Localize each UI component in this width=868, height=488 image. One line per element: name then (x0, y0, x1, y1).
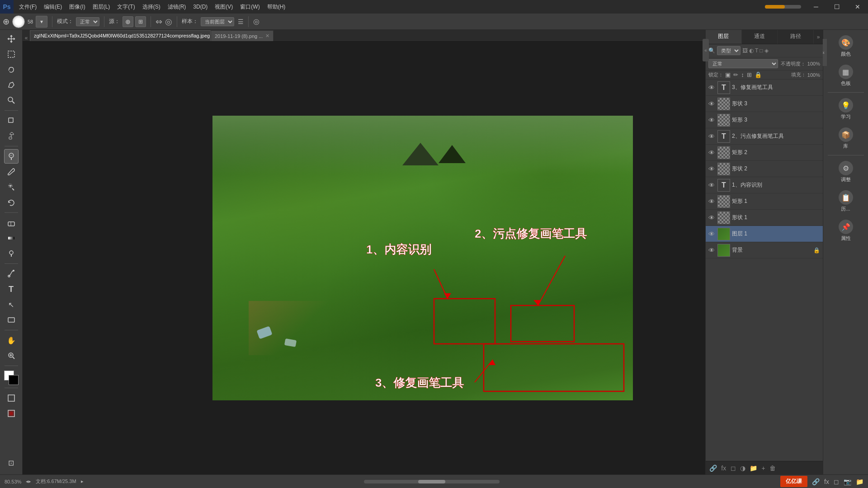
camera-icon[interactable]: 📷 (844, 478, 851, 485)
layer-row-shape3[interactable]: 👁 形状 3 (706, 96, 823, 112)
background-color[interactable] (9, 375, 19, 385)
canvas-area[interactable]: 1、内容识别 2、污点修复画笔工具 3、修复画笔工具 (23, 42, 823, 474)
lock-paint-icon[interactable]: ✏ (733, 71, 738, 78)
menu-type[interactable]: 文字(T) (113, 0, 138, 14)
horizontal-scrollbar[interactable] (364, 480, 500, 483)
layer-row-shape1[interactable]: 👁 形状 1 (706, 210, 823, 226)
menu-help[interactable]: 帮助(H) (264, 0, 289, 14)
menu-3d[interactable]: 3D(D) (189, 0, 211, 14)
layers-panel-collapse[interactable]: « (703, 39, 709, 61)
aligned-icon[interactable]: ⇔ (156, 17, 162, 27)
filter-shape-icon[interactable]: □ (760, 47, 763, 54)
lock-transparency-icon[interactable]: ▣ (725, 71, 731, 78)
sample-options-icon[interactable]: ☰ (238, 18, 244, 25)
lock-position-icon[interactable]: ↕ (741, 71, 744, 78)
lock-all-icon[interactable]: 🔒 (755, 71, 762, 78)
tab-second-close[interactable]: ✕ (265, 33, 269, 39)
clone-stamp-tool[interactable] (4, 180, 19, 194)
rp-history[interactable]: 📋 历... (828, 188, 864, 214)
folder-icon[interactable]: 📁 (750, 465, 757, 472)
adjustment-icon[interactable]: ◑ (740, 465, 745, 472)
layer-visibility-rect2[interactable]: 👁 (708, 149, 716, 156)
rp-learn[interactable]: 💡 学习 (828, 96, 864, 122)
menu-filter[interactable]: 滤镜(R) (164, 0, 190, 14)
add-mask-icon[interactable]: ◻ (731, 465, 736, 472)
layer-visibility-2-spot[interactable]: 👁 (708, 133, 716, 140)
filter-type-select[interactable]: 类型 (717, 46, 741, 55)
link-icon[interactable]: 🔗 (812, 478, 820, 485)
brush-preset-picker[interactable] (12, 15, 25, 28)
layer-visibility-shape1[interactable]: 👁 (708, 214, 716, 221)
menu-file[interactable]: 文件(F) (15, 0, 40, 14)
layer-visibility-3-heal[interactable]: 👁 (708, 84, 716, 91)
tab-paths[interactable]: 路径 (778, 30, 814, 44)
delete-layer-icon[interactable]: 🗑 (769, 465, 776, 472)
source-sampled-btn[interactable]: ⊕ (123, 16, 133, 27)
brush-tool[interactable] (4, 164, 19, 179)
layers-panel-collapse-right[interactable]: » (814, 30, 823, 44)
menu-select[interactable]: 选择(S) (139, 0, 164, 14)
menu-edit[interactable]: 编辑(E) (40, 0, 66, 14)
brush-options-btn[interactable]: ▾ (36, 16, 47, 28)
menu-window[interactable]: 窗口(W) (236, 0, 263, 14)
yili-logo-btn[interactable]: 亿亿课 (780, 476, 807, 487)
marquee-tool[interactable] (4, 47, 19, 61)
eraser-tool[interactable] (4, 216, 19, 230)
standard-mode-btn[interactable] (4, 391, 19, 405)
layer-row-rect3[interactable]: 👁 矩形 3 (706, 112, 823, 128)
layer-visibility-shape2[interactable]: 👁 (708, 165, 716, 173)
folder-footer-icon[interactable]: 📁 (856, 478, 863, 485)
source-pattern-btn[interactable]: ⊞ (135, 16, 146, 27)
layer-visibility-rect1[interactable]: 👁 (708, 198, 716, 205)
filter-adjust-icon[interactable]: ◐ (749, 47, 754, 54)
rp-adjust[interactable]: ⚙ 调整 (828, 159, 864, 185)
layer-row-background[interactable]: 👁 背景 🔒 (706, 242, 823, 258)
tab-second-file[interactable]: 2019-11-19 (8).png ... ✕ (211, 30, 274, 41)
zoom-tool[interactable] (4, 348, 19, 363)
blend-mode-select[interactable]: 正常 (76, 17, 99, 26)
crop-tool[interactable] (4, 113, 19, 128)
layer-visibility-shape3[interactable]: 👁 (708, 100, 716, 108)
eyedropper-tool[interactable] (4, 129, 19, 143)
healing-brush-tool[interactable] (4, 149, 19, 164)
type-tool[interactable]: T (4, 282, 19, 296)
filter-pixel-icon[interactable]: 🖼 (742, 47, 748, 54)
blend-mode-layers-select[interactable]: 正常 (708, 59, 778, 68)
tab-channels[interactable]: 通道 (742, 30, 778, 44)
lasso-tool[interactable] (4, 62, 19, 77)
menu-image[interactable]: 图像(I) (66, 0, 89, 14)
fx-icon[interactable]: fx (721, 465, 726, 472)
layer-visibility-rect3[interactable]: 👁 (708, 117, 716, 124)
screen-mode-btn[interactable]: ⊡ (4, 455, 19, 470)
new-layer-icon[interactable]: + (762, 465, 765, 472)
layer-visibility-1-content[interactable]: 👁 (708, 182, 716, 189)
path-selection-tool[interactable]: ↖ (4, 297, 19, 312)
layer-row-2-spot[interactable]: 👁 T 2、污点修复画笔工具 (706, 128, 823, 145)
sample-select[interactable]: 当前图层 (201, 17, 234, 26)
rp-properties[interactable]: 📌 属性 (828, 218, 864, 244)
move-tool[interactable] (4, 32, 19, 46)
layer-row-1-content[interactable]: 👁 T 1、内容识别 (706, 177, 823, 193)
history-brush-tool[interactable] (4, 195, 19, 210)
rectangle-tool[interactable] (4, 313, 19, 327)
polygonal-lasso-tool[interactable] (4, 78, 19, 92)
menu-view[interactable]: 视图(V) (211, 0, 236, 14)
dodge-tool[interactable] (4, 246, 19, 261)
gradient-tool[interactable] (4, 231, 19, 245)
layer-visibility-background[interactable]: 👁 (708, 247, 716, 254)
target-icon[interactable]: ◎ (253, 17, 259, 26)
hand-tool[interactable]: ✋ (4, 333, 19, 347)
maximize-button[interactable]: ☐ (826, 0, 847, 14)
magic-wand-tool[interactable] (4, 93, 19, 108)
mask-footer-icon[interactable]: ◻ (834, 478, 839, 485)
link-layers-icon[interactable]: 🔗 (709, 465, 717, 472)
rp-swatches[interactable]: ▦ 色板 (828, 63, 864, 89)
menu-layer[interactable]: 图层(L) (89, 0, 114, 14)
rp-library[interactable]: 📦 库 (828, 126, 864, 151)
close-button[interactable]: ✕ (847, 0, 868, 14)
rp-color[interactable]: 🎨 颜色 (828, 33, 864, 59)
quick-mask-btn[interactable] (4, 406, 19, 421)
pen-tool[interactable] (4, 267, 19, 281)
layer-row-3-heal[interactable]: 👁 T 3、修复画笔工具 (706, 80, 823, 96)
filter-type-icon[interactable]: T (755, 47, 758, 54)
